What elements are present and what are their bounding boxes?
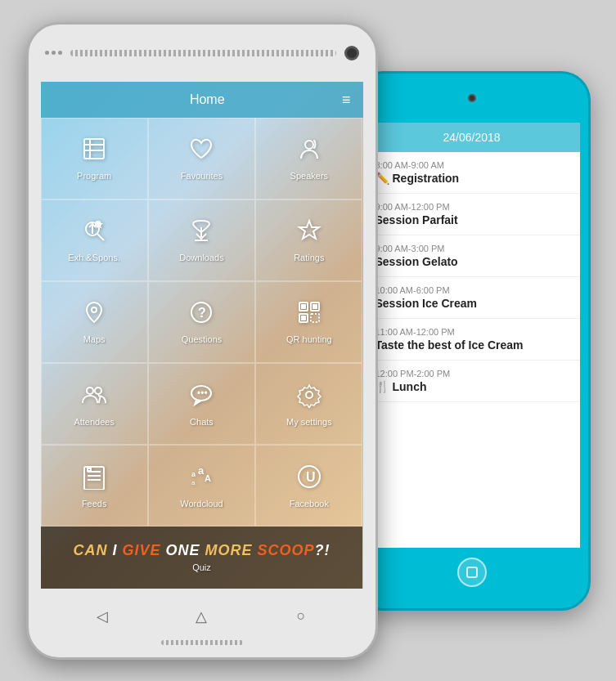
grid-cell-my-settings[interactable]: My settings: [255, 363, 362, 445]
svg-point-26: [306, 392, 312, 398]
chats-icon: •••: [188, 382, 214, 414]
schedule-item-4[interactable]: 11:00 AM-12:00 PM Taste the best of Ice …: [364, 319, 580, 361]
svg-text:•••: •••: [197, 388, 208, 399]
chats-label: Chats: [190, 417, 214, 427]
svg-rect-18: [311, 314, 319, 322]
back-button[interactable]: ◁: [90, 604, 115, 629]
downloads-icon: [188, 217, 214, 249]
grid-cell-ratings[interactable]: Ratings: [255, 199, 362, 281]
qr-hunting-icon: [296, 299, 322, 331]
ios-date-header: 24/06/2018: [364, 123, 580, 152]
ios-home-square-icon: [466, 567, 478, 578]
grid-cell-exh-spons[interactable]: ★ Exh.&Spons.: [41, 199, 148, 281]
schedule-item-0[interactable]: 8:00 AM-9:00 AM ✏️ Registration: [364, 152, 580, 194]
grid-cell-program[interactable]: Program: [41, 118, 148, 199]
grid-cell-downloads[interactable]: Downloads: [148, 199, 255, 281]
quiz-banner[interactable]: CAN I GIVE ONE MORE SCOOP?! Quiz: [41, 526, 363, 588]
schedule-title-3: Session Ice Cream: [375, 297, 569, 310]
attendees-label: Attendees: [74, 417, 115, 427]
svg-point-12: [92, 307, 97, 312]
speakers-icon: [296, 136, 322, 168]
recent-button[interactable]: ○: [289, 604, 313, 629]
facebook-label: Facebook: [290, 499, 329, 509]
grid-cell-attendees[interactable]: Attendees: [41, 363, 148, 445]
svg-text:U: U: [306, 470, 316, 484]
svg-rect-20: [313, 305, 317, 308]
program-icon: [81, 136, 107, 168]
grid-cell-qr-hunting[interactable]: QR hunting: [255, 281, 362, 363]
ios-screen: 24/06/2018 8:00 AM-9:00 AM ✏️ Registrati…: [364, 123, 580, 548]
schedule-time-1: 9:00 AM-12:00 PM: [375, 202, 569, 212]
ios-camera: [468, 94, 476, 102]
app-header: Home ≡: [41, 82, 363, 118]
grid-cell-chats[interactable]: ••• Chats: [148, 363, 255, 445]
svg-rect-19: [302, 305, 305, 308]
ios-bottom-bar: [356, 548, 588, 597]
speaker-dots: [45, 51, 62, 55]
exh-spons-label: Exh.&Spons.: [68, 253, 120, 262]
my-settings-icon: [296, 382, 322, 414]
questions-label: Questions: [182, 334, 223, 344]
wordcloud-icon: a a a A: [188, 464, 214, 495]
svg-rect-31: [88, 468, 91, 471]
ios-home-button[interactable]: [457, 558, 487, 587]
qr-hunting-label: QR hunting: [286, 334, 332, 344]
grid-cell-maps[interactable]: Maps: [41, 281, 148, 363]
schedule-title-0: ✏️ Registration: [375, 172, 569, 185]
schedule-title-5: 🍴 Lunch: [375, 380, 569, 393]
android-top-bar: [29, 25, 375, 82]
downloads-label: Downloads: [179, 253, 223, 262]
ios-phone: 24/06/2018 8:00 AM-9:00 AM ✏️ Registrati…: [353, 71, 591, 611]
svg-text:a: a: [191, 470, 196, 478]
grid-cell-feeds[interactable]: Feeds: [41, 445, 148, 526]
svg-point-23: [95, 388, 101, 394]
schedule-item-5[interactable]: 12:00 PM-2:00 PM 🍴 Lunch: [364, 361, 580, 402]
favourites-icon: [188, 136, 214, 168]
app-grid: Program Favourites: [41, 118, 363, 589]
svg-point-22: [87, 388, 93, 394]
phones-container: Home ≡ Program: [26, 22, 591, 660]
schedule-title-1: Session Parfait: [375, 213, 569, 226]
schedule-time-3: 10:00 AM-6:00 PM: [375, 285, 569, 295]
program-label: Program: [77, 171, 111, 181]
home-button[interactable]: △: [189, 604, 214, 629]
ratings-icon: [296, 217, 322, 249]
feeds-label: Feeds: [82, 499, 107, 509]
bottom-grille: [161, 640, 243, 645]
favourites-label: Favourites: [181, 171, 223, 181]
grid-cell-favourites[interactable]: Favourites: [148, 118, 255, 199]
ratings-label: Ratings: [294, 253, 324, 262]
schedule-item-2[interactable]: 9:00 AM-3:00 PM Session Gelato: [364, 235, 580, 277]
facebook-icon: U: [296, 464, 322, 495]
maps-icon: [81, 299, 107, 331]
grid-cell-wordcloud[interactable]: a a a A Wordcloud: [148, 445, 255, 526]
grid-cell-questions[interactable]: ? Questions: [148, 281, 255, 363]
svg-text:?: ?: [198, 306, 206, 320]
svg-text:a: a: [191, 479, 196, 486]
svg-text:A: A: [205, 473, 211, 483]
quiz-banner-text: CAN I GIVE ONE MORE SCOOP?!: [73, 542, 330, 559]
schedule-time-2: 9:00 AM-3:00 PM: [375, 244, 569, 253]
schedule-time-4: 11:00 AM-12:00 PM: [375, 327, 569, 337]
app-title: Home: [73, 92, 342, 107]
ios-top-bar: [356, 74, 588, 123]
feeds-icon: [81, 464, 107, 495]
front-camera: [344, 46, 359, 60]
exh-spons-icon: ★: [81, 217, 107, 249]
speakers-label: Speakers: [290, 171, 328, 181]
grid-cell-facebook[interactable]: U Facebook: [255, 445, 362, 526]
wordcloud-label: Wordcloud: [180, 499, 223, 509]
quiz-label: Quiz: [192, 562, 211, 572]
schedule-item-1[interactable]: 9:00 AM-12:00 PM Session Parfait: [364, 194, 580, 235]
my-settings-label: My settings: [286, 417, 332, 427]
svg-rect-0: [84, 139, 104, 159]
schedule-list: 8:00 AM-9:00 AM ✏️ Registration 9:00 AM-…: [364, 152, 580, 548]
schedule-title-4: Taste the best of Ice Cream: [375, 338, 569, 352]
hamburger-icon[interactable]: ≡: [342, 92, 351, 107]
maps-label: Maps: [83, 334, 106, 344]
schedule-item-3[interactable]: 10:00 AM-6:00 PM Session Ice Cream: [364, 277, 580, 319]
svg-text:a: a: [198, 464, 205, 477]
schedule-date: 24/06/2018: [443, 131, 500, 144]
grid-cell-speakers[interactable]: Speakers: [255, 118, 362, 199]
questions-icon: ?: [188, 299, 214, 331]
